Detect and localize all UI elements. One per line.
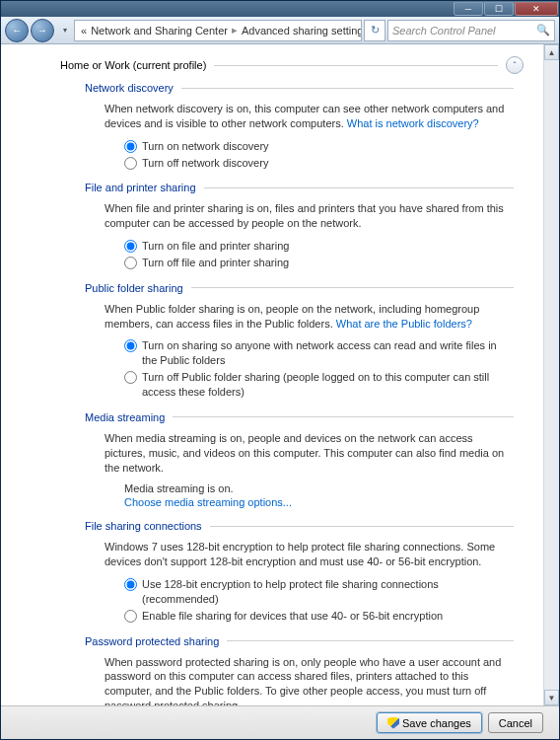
section-description: When file and printer sharing is on, fil…	[105, 201, 514, 231]
search-icon: 🔍	[536, 24, 550, 37]
radio-group: Turn on network discovery Turn off netwo…	[124, 139, 514, 171]
radio-label: Turn off file and printer sharing	[142, 256, 289, 270]
help-link[interactable]: What is network discovery?	[347, 117, 479, 129]
section-password-protected-sharing: Password protected sharing When password…	[85, 635, 514, 705]
section-title-text: Public folder sharing	[85, 282, 183, 294]
section-title-text: Password protected sharing	[85, 635, 219, 647]
section-title-text: Network discovery	[85, 82, 174, 94]
breadcrumb-item[interactable]: Network and Sharing Center	[91, 25, 228, 37]
history-dropdown-icon[interactable]: ▾	[58, 26, 72, 35]
radio-label: Enable file sharing for devices that use…	[142, 609, 443, 624]
shield-icon	[387, 717, 399, 729]
maximize-button[interactable]: ☐	[484, 2, 514, 16]
section-title: Network discovery	[85, 82, 514, 94]
radio-public-folder-on[interactable]: Turn on sharing so anyone with network a…	[124, 338, 514, 368]
radio-input[interactable]	[124, 240, 137, 253]
divider	[181, 88, 514, 89]
section-media-streaming: Media streaming When media streaming is …	[85, 411, 514, 509]
divider	[210, 526, 514, 527]
scroll-down-icon[interactable]: ▼	[544, 690, 559, 705]
section-description: When Public folder sharing is on, people…	[105, 302, 514, 332]
section-description: When media streaming is on, people and d…	[105, 431, 514, 476]
minimize-button[interactable]: ─	[454, 2, 483, 16]
breadcrumb-prefix: «	[81, 25, 87, 37]
section-title: Media streaming	[85, 411, 514, 423]
radio-network-discovery-on[interactable]: Turn on network discovery	[124, 139, 514, 154]
forward-button[interactable]: →	[31, 19, 54, 42]
content-area: Home or Work (current profile) ˆ Network…	[1, 44, 559, 705]
radio-input[interactable]	[124, 257, 137, 269]
radio-group: Turn on sharing so anyone with network a…	[124, 338, 514, 399]
radio-encryption-4056[interactable]: Enable file sharing for devices that use…	[124, 609, 514, 624]
refresh-button[interactable]: ↻	[364, 20, 385, 41]
back-button[interactable]: ←	[5, 19, 29, 42]
divider	[204, 187, 514, 188]
radio-label: Turn off Public folder sharing (people l…	[142, 370, 514, 400]
breadcrumb[interactable]: « Network and Sharing Center ▸ Advanced …	[74, 20, 362, 41]
radio-label: Turn on network discovery	[142, 139, 269, 154]
section-file-sharing-connections: File sharing connections Windows 7 uses …	[85, 520, 514, 623]
section-title-text: File sharing connections	[85, 520, 202, 532]
radio-public-folder-off[interactable]: Turn off Public folder sharing (people l…	[124, 370, 514, 400]
scroll-area: Home or Work (current profile) ˆ Network…	[1, 44, 543, 705]
button-label: Save changes	[402, 717, 471, 729]
divider	[191, 287, 514, 288]
footer-bar: Save changes Cancel	[1, 705, 559, 739]
radio-group: Use 128-bit encryption to help protect f…	[124, 577, 514, 624]
radio-label: Turn on file and printer sharing	[142, 239, 289, 254]
section-network-discovery: Network discovery When network discovery…	[85, 82, 514, 170]
search-input[interactable]: Search Control Panel 🔍	[387, 20, 555, 41]
media-status-text: Media streaming is on.	[124, 482, 514, 494]
breadcrumb-item[interactable]: Advanced sharing settings	[242, 25, 362, 37]
section-file-printer-sharing: File and printer sharing When file and p…	[85, 182, 514, 269]
radio-input[interactable]	[124, 339, 137, 352]
radio-input[interactable]	[124, 371, 137, 384]
help-link[interactable]: What are the Public folders?	[336, 318, 472, 330]
section-description: Windows 7 uses 128-bit encryption to hel…	[105, 540, 514, 569]
vertical-scrollbar[interactable]: ▲ ▼	[543, 44, 559, 705]
radio-label: Turn off network discovery	[142, 156, 268, 171]
cancel-button[interactable]: Cancel	[488, 712, 543, 733]
radio-input[interactable]	[124, 578, 137, 591]
scroll-up-icon[interactable]: ▲	[544, 44, 559, 60]
titlebar: ─ ☐ ✕	[1, 1, 559, 17]
radio-file-printer-off[interactable]: Turn off file and printer sharing	[124, 256, 514, 270]
search-placeholder: Search Control Panel	[392, 25, 496, 37]
radio-label: Turn on sharing so anyone with network a…	[142, 338, 514, 368]
section-title-text: File and printer sharing	[85, 182, 196, 193]
section-title: Public folder sharing	[85, 282, 514, 294]
chevron-right-icon: ▸	[232, 24, 238, 37]
collapse-button[interactable]: ˆ	[506, 56, 524, 74]
profile-title: Home or Work (current profile)	[60, 59, 206, 71]
divider	[173, 416, 514, 417]
save-changes-button[interactable]: Save changes	[377, 712, 482, 733]
section-title: File sharing connections	[85, 520, 514, 532]
section-title: File and printer sharing	[85, 182, 514, 193]
profile-header: Home or Work (current profile) ˆ	[11, 52, 524, 82]
section-title: Password protected sharing	[85, 635, 514, 647]
radio-encryption-128[interactable]: Use 128-bit encryption to help protect f…	[124, 577, 514, 607]
section-description: When password protected sharing is on, o…	[105, 655, 514, 705]
section-title-text: Media streaming	[85, 411, 165, 423]
radio-input[interactable]	[124, 157, 137, 170]
radio-label: Use 128-bit encryption to help protect f…	[142, 577, 514, 607]
navigation-bar: ← → ▾ « Network and Sharing Center ▸ Adv…	[1, 17, 559, 44]
divider	[214, 65, 498, 66]
window-frame: ─ ☐ ✕ ← → ▾ « Network and Sharing Center…	[0, 0, 560, 740]
radio-input[interactable]	[124, 610, 137, 623]
close-button[interactable]: ✕	[515, 2, 558, 16]
media-options-link[interactable]: Choose media streaming options...	[124, 496, 292, 508]
radio-file-printer-on[interactable]: Turn on file and printer sharing	[124, 239, 514, 254]
radio-input[interactable]	[124, 140, 137, 153]
section-description: When network discovery is on, this compu…	[105, 102, 514, 131]
divider	[227, 640, 514, 641]
section-public-folder-sharing: Public folder sharing When Public folder…	[85, 282, 514, 400]
radio-group: Turn on file and printer sharing Turn of…	[124, 239, 514, 270]
radio-network-discovery-off[interactable]: Turn off network discovery	[124, 156, 514, 171]
